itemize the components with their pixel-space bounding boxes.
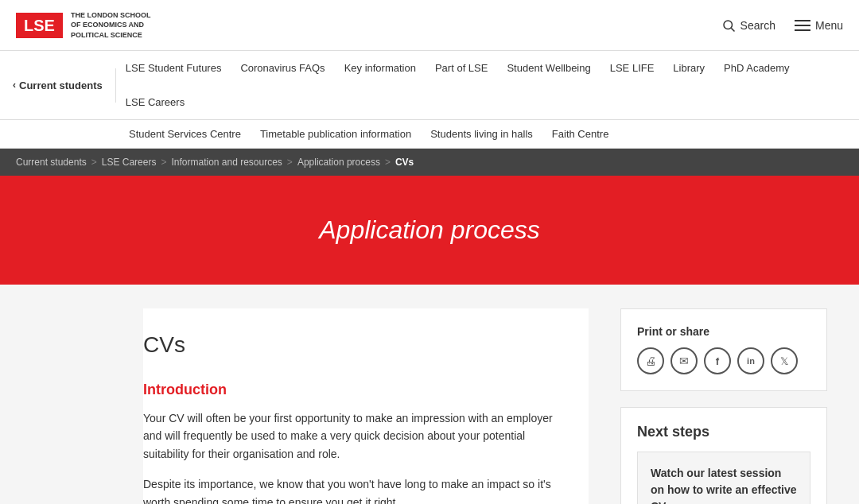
logo-abbr: LSE — [16, 13, 63, 38]
twitter-icon: 𝕏 — [780, 355, 788, 367]
sidebar: Print or share 🖨 ✉ f in 𝕏 N — [620, 308, 827, 504]
primary-nav: ‹ Current students LSE Student Futures C… — [0, 51, 859, 120]
svg-point-0 — [724, 21, 733, 29]
email-icon: ✉ — [679, 355, 689, 367]
next-steps-box: Next steps Watch our latest session on h… — [620, 407, 827, 504]
nav-item-lse-student-futures[interactable]: LSE Student Futures — [116, 51, 231, 85]
breadcrumb-lse-careers[interactable]: LSE Careers — [102, 157, 157, 168]
page-heading: CVs — [143, 332, 565, 358]
next-steps-title: Next steps — [637, 424, 810, 440]
logo-line2: OF ECONOMICS AND — [71, 20, 151, 30]
menu-label: Menu — [815, 19, 843, 32]
facebook-button[interactable]: f — [704, 347, 731, 374]
nav-item-key-information[interactable]: Key information — [335, 51, 426, 85]
svg-line-1 — [731, 28, 734, 31]
header-right: Search Menu — [721, 18, 843, 33]
twitter-button[interactable]: 𝕏 — [771, 347, 798, 374]
share-icons: 🖨 ✉ f in 𝕏 — [637, 347, 810, 374]
hero-title: Application process — [16, 215, 843, 245]
current-students-button[interactable]: ‹ Current students — [0, 68, 116, 103]
nav-item-student-wellbeing[interactable]: Student Wellbeing — [497, 51, 600, 85]
print-share-title: Print or share — [637, 325, 810, 338]
email-button[interactable]: ✉ — [670, 347, 698, 374]
primary-nav-items: LSE Student Futures Coronavirus FAQs Key… — [116, 51, 859, 119]
nav-item-coronavirus[interactable]: Coronavirus FAQs — [231, 51, 334, 85]
breadcrumb: Current students > LSE Careers > Informa… — [0, 149, 859, 176]
section-label: Current students — [19, 79, 103, 91]
nav-item-students-living-halls[interactable]: Students living in halls — [421, 120, 542, 148]
nav-item-timetable[interactable]: Timetable publication information — [251, 120, 421, 148]
nav-item-lse-careers[interactable]: LSE Careers — [116, 85, 194, 119]
breadcrumb-sep-1: > — [91, 157, 97, 168]
facebook-icon: f — [716, 355, 719, 367]
breadcrumb-sep-3: > — [287, 157, 293, 168]
search-button[interactable]: Search — [721, 18, 775, 33]
print-button[interactable]: 🖨 — [637, 347, 664, 374]
search-label: Search — [740, 19, 775, 32]
next-steps-card[interactable]: Watch our latest session on how to write… — [637, 452, 810, 504]
search-icon — [721, 18, 736, 33]
logo-text: THE LONDON SCHOOL OF ECONOMICS AND POLIT… — [71, 10, 151, 41]
breadcrumb-current-students[interactable]: Current students — [16, 157, 87, 168]
chevron-left-icon: ‹ — [13, 79, 16, 91]
breadcrumb-application-process[interactable]: Application process — [297, 157, 380, 168]
logo-line1: THE LONDON SCHOOL — [71, 10, 151, 21]
linkedin-button[interactable]: in — [737, 347, 764, 374]
next-steps-card-text: Watch our latest session on how to write… — [651, 465, 797, 504]
print-share-box: Print or share 🖨 ✉ f in 𝕏 — [620, 308, 827, 391]
paragraph-2: Despite its importance, we know that you… — [143, 475, 565, 504]
hero-banner: Application process — [0, 176, 859, 285]
content-area: CVs Introduction Your CV will often be y… — [143, 308, 589, 504]
site-header: LSE THE LONDON SCHOOL OF ECONOMICS AND P… — [0, 0, 859, 51]
breadcrumb-information-resources[interactable]: Information and resources — [171, 157, 282, 168]
section-title: Introduction — [143, 382, 565, 398]
breadcrumb-sep-4: > — [385, 157, 391, 168]
breadcrumb-cvs: CVs — [395, 157, 414, 168]
breadcrumb-sep-2: > — [161, 157, 166, 168]
nav-item-phd-academy[interactable]: PhD Academy — [714, 51, 799, 85]
logo-line3: POLITICAL SCIENCE — [71, 30, 151, 41]
main-content: CVs Introduction Your CV will often be y… — [0, 285, 859, 504]
nav-item-student-services[interactable]: Student Services Centre — [119, 120, 251, 148]
nav-item-part-of-lse[interactable]: Part of LSE — [426, 51, 497, 85]
print-icon: 🖨 — [645, 355, 656, 367]
menu-button[interactable]: Menu — [795, 19, 843, 32]
primary-nav-inner: ‹ Current students LSE Student Futures C… — [0, 51, 859, 119]
hamburger-icon — [795, 20, 810, 31]
logo-area: LSE THE LONDON SCHOOL OF ECONOMICS AND P… — [16, 10, 150, 41]
nav-item-library[interactable]: Library — [663, 51, 714, 85]
paragraph-1: Your CV will often be your first opportu… — [143, 409, 565, 463]
nav-item-lse-life[interactable]: LSE LIFE — [601, 51, 664, 85]
secondary-nav: Student Services Centre Timetable public… — [0, 120, 859, 149]
linkedin-icon: in — [747, 356, 755, 366]
nav-item-faith-centre[interactable]: Faith Centre — [542, 120, 619, 148]
